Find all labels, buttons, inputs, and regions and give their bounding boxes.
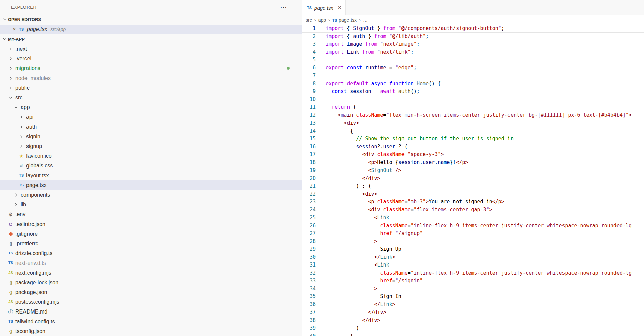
tree-item-next-env.d.ts[interactable]: TSnext-env.d.ts bbox=[0, 258, 302, 268]
line-number[interactable]: 39 bbox=[302, 324, 316, 332]
line-number[interactable]: 19 bbox=[302, 166, 316, 175]
line-number[interactable]: 36 bbox=[302, 301, 316, 309]
code-editor[interactable]: 1import { SignOut } from "@/components/a… bbox=[302, 25, 644, 336]
chevron-right-icon[interactable] bbox=[17, 134, 25, 139]
code-line-29[interactable]: 29 Sign Up bbox=[302, 245, 644, 253]
line-number[interactable]: 28 bbox=[302, 238, 316, 246]
line-number[interactable]: 3 bbox=[302, 40, 316, 48]
code-line-36[interactable]: 36 </Link> bbox=[302, 301, 644, 309]
tree-item-signin[interactable]: signin bbox=[0, 132, 302, 141]
code-line-15[interactable]: 15 // Show the sign out button if the us… bbox=[302, 135, 644, 143]
chevron-right-icon[interactable] bbox=[7, 46, 15, 52]
code-line-35[interactable]: 35 Sign In bbox=[302, 293, 644, 301]
tree-item-page.tsx[interactable]: TSpage.tsx bbox=[0, 180, 302, 190]
open-editors-section-header[interactable]: OPEN EDITORS bbox=[0, 14, 302, 25]
code-line-38[interactable]: 38 </div> bbox=[302, 317, 644, 325]
tab-page-tsx[interactable]: TS page.tsx × bbox=[302, 0, 346, 15]
code-line-10[interactable]: 10 bbox=[302, 96, 644, 104]
tree-item-postcss.config.mjs[interactable]: JSpostcss.config.mjs bbox=[0, 297, 302, 307]
breadcrumb-item-src[interactable]: src bbox=[306, 17, 312, 23]
line-number[interactable]: 38 bbox=[302, 317, 316, 325]
chevron-right-icon[interactable] bbox=[7, 56, 15, 61]
breadcrumb-item-page.tsx[interactable]: TSpage.tsx bbox=[332, 17, 357, 23]
code-line-18[interactable]: 18 <p>Hello {session.user.name}!</p> bbox=[302, 159, 644, 167]
close-icon[interactable]: × bbox=[338, 4, 341, 11]
tree-item-tailwind.config.ts[interactable]: TStailwind.config.ts bbox=[0, 317, 302, 326]
code-line-5[interactable]: 5 bbox=[302, 56, 644, 64]
code-line-20[interactable]: 20 </div> bbox=[302, 175, 644, 183]
code-line-26[interactable]: 26 className="inline-flex h-9 items-cent… bbox=[302, 222, 644, 230]
code-line-22[interactable]: 22 <div> bbox=[302, 190, 644, 198]
line-number[interactable]: 27 bbox=[302, 230, 316, 238]
chevron-down-icon[interactable] bbox=[7, 95, 15, 100]
line-number[interactable]: 21 bbox=[302, 182, 316, 190]
tree-item-README.md[interactable]: iREADME.md bbox=[0, 307, 302, 317]
code-line-7[interactable]: 7 bbox=[302, 72, 644, 80]
code-line-8[interactable]: 8export default async function Home() { bbox=[302, 80, 644, 88]
line-number[interactable]: 35 bbox=[302, 293, 316, 301]
code-line-17[interactable]: 17 <div className="space-y-3"> bbox=[302, 151, 644, 159]
tree-item-api[interactable]: api bbox=[0, 112, 302, 122]
chevron-right-icon[interactable] bbox=[17, 144, 25, 149]
code-line-33[interactable]: 33 href="/signin" bbox=[302, 277, 644, 285]
tree-item-app[interactable]: app bbox=[0, 102, 302, 112]
tree-item-migrations[interactable]: migrations bbox=[0, 63, 302, 73]
line-number[interactable]: 11 bbox=[302, 103, 316, 111]
code-line-23[interactable]: 23 <p className="mb-3">You are not signe… bbox=[302, 198, 644, 206]
line-number[interactable]: 24 bbox=[302, 206, 316, 214]
tree-item-next.config.mjs[interactable]: JSnext.config.mjs bbox=[0, 268, 302, 278]
line-number[interactable]: 14 bbox=[302, 127, 316, 135]
tree-item-lib[interactable]: lib bbox=[0, 200, 302, 209]
close-icon[interactable]: × bbox=[11, 26, 17, 33]
line-number[interactable]: 17 bbox=[302, 151, 316, 159]
code-line-14[interactable]: 14 { bbox=[302, 127, 644, 135]
chevron-right-icon[interactable] bbox=[12, 192, 20, 198]
code-line-19[interactable]: 19 <SignOut /> bbox=[302, 166, 644, 175]
code-line-37[interactable]: 37 </div> bbox=[302, 308, 644, 317]
line-number[interactable]: 26 bbox=[302, 222, 316, 230]
line-number[interactable]: 31 bbox=[302, 261, 316, 269]
chevron-right-icon[interactable] bbox=[7, 76, 15, 81]
code-line-25[interactable]: 25 <Link bbox=[302, 214, 644, 222]
line-number[interactable]: 32 bbox=[302, 269, 316, 277]
line-number[interactable]: 7 bbox=[302, 72, 316, 80]
code-line-2[interactable]: 2import { auth } from "@/lib/auth"; bbox=[302, 33, 644, 41]
line-number[interactable]: 37 bbox=[302, 308, 316, 317]
tree-item-auth[interactable]: auth bbox=[0, 122, 302, 132]
line-number[interactable]: 23 bbox=[302, 198, 316, 206]
line-number[interactable]: 8 bbox=[302, 80, 316, 88]
line-number[interactable]: 5 bbox=[302, 56, 316, 64]
line-number[interactable]: 2 bbox=[302, 33, 316, 41]
tree-item-package-lock.json[interactable]: {}package-lock.json bbox=[0, 278, 302, 287]
line-number[interactable]: 12 bbox=[302, 111, 316, 119]
code-line-13[interactable]: 13 <div> bbox=[302, 119, 644, 127]
line-number[interactable]: 15 bbox=[302, 135, 316, 143]
tree-item-.env[interactable]: ⚙.env bbox=[0, 209, 302, 219]
line-number[interactable]: 25 bbox=[302, 214, 316, 222]
code-line-12[interactable]: 12 <main className="flex min-h-screen it… bbox=[302, 111, 644, 119]
code-line-27[interactable]: 27 href="/signup" bbox=[302, 230, 644, 238]
chevron-right-icon[interactable] bbox=[12, 202, 20, 207]
code-line-4[interactable]: 4import Link from "next/link"; bbox=[302, 48, 644, 56]
line-number[interactable]: 20 bbox=[302, 175, 316, 183]
code-line-16[interactable]: 16 session?.user ? ( bbox=[302, 143, 644, 151]
line-number[interactable]: 22 bbox=[302, 190, 316, 198]
line-number[interactable]: 6 bbox=[302, 64, 316, 72]
code-line-31[interactable]: 31 <Link bbox=[302, 261, 644, 269]
chevron-down-icon[interactable] bbox=[12, 105, 20, 110]
code-line-28[interactable]: 28 > bbox=[302, 238, 644, 246]
chevron-right-icon[interactable] bbox=[17, 114, 25, 120]
breadcrumb-item-…[interactable]: … bbox=[363, 17, 368, 23]
tree-item-package.json[interactable]: {}package.json bbox=[0, 287, 302, 297]
code-line-40[interactable]: 40 } bbox=[302, 332, 644, 336]
line-number[interactable]: 18 bbox=[302, 159, 316, 167]
tree-item-.vercel[interactable]: .vercel bbox=[0, 54, 302, 63]
line-number[interactable]: 40 bbox=[302, 332, 316, 336]
tree-item-components[interactable]: components bbox=[0, 190, 302, 200]
line-number[interactable]: 33 bbox=[302, 277, 316, 285]
tree-item-.gitignore[interactable]: .gitignore bbox=[0, 229, 302, 239]
chevron-right-icon[interactable] bbox=[17, 124, 25, 130]
tree-item-node_modules[interactable]: node_modules bbox=[0, 73, 302, 83]
line-number[interactable]: 29 bbox=[302, 245, 316, 253]
code-line-6[interactable]: 6export const runtime = "edge"; bbox=[302, 64, 644, 72]
